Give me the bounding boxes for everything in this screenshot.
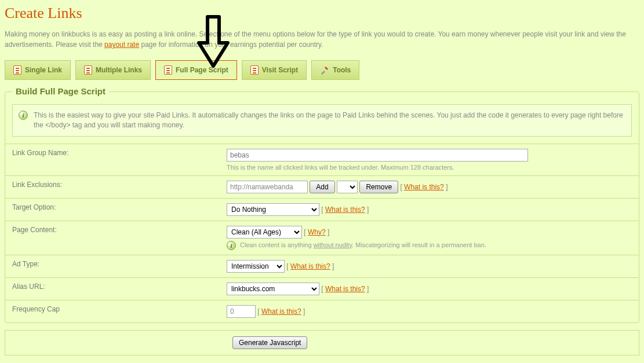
tab-multiple-links[interactable]: Multiple Links: [75, 60, 151, 80]
document-icon: [13, 65, 21, 75]
what-is-this-exclusions[interactable]: What is this?: [404, 183, 444, 191]
frequency-cap-input[interactable]: [227, 305, 256, 318]
label-target: Target Option:: [5, 198, 220, 221]
payout-rate-link[interactable]: payout rate: [104, 41, 139, 49]
generate-row: Generate Javascript: [5, 330, 639, 355]
info-box: i This is the easiest way to give your s…: [12, 104, 632, 137]
tabs-row: Single Link Multiple Links Full Page Scr…: [5, 60, 639, 80]
document-icon: [84, 65, 92, 75]
intro-text: Making money on linkbucks is as easy as …: [5, 29, 639, 50]
what-is-this-freq[interactable]: What is this?: [261, 307, 301, 316]
panel-legend: Build Full Page Script: [12, 86, 109, 96]
ad-type-select[interactable]: Intermission: [227, 260, 285, 273]
build-panel: Build Full Page Script i This is the eas…: [5, 91, 639, 323]
tab-single-link[interactable]: Single Link: [5, 60, 71, 80]
document-icon: [164, 65, 172, 75]
tab-full-page-script[interactable]: Full Page Script: [155, 60, 237, 80]
label-group-name: Link Group Name:: [5, 144, 220, 175]
label-content: Page Content:: [5, 221, 220, 255]
document-icon: [250, 65, 259, 75]
tab-tools[interactable]: Tools: [311, 60, 359, 80]
info-icon: i: [227, 241, 236, 250]
info-icon: i: [19, 111, 28, 120]
exclusion-input[interactable]: [227, 181, 308, 193]
form-table: Link Group Name: This is the name all cl…: [5, 144, 639, 322]
group-name-hint: This is the name all clicked links will …: [227, 164, 632, 171]
label-alias: Alias URL:: [5, 277, 220, 300]
add-button[interactable]: Add: [310, 181, 334, 193]
tab-visit-script[interactable]: Visit Script: [242, 60, 307, 80]
what-is-this-target[interactable]: What is this?: [325, 206, 365, 214]
label-exclusions: Link Exclusions:: [5, 175, 220, 198]
alias-url-select[interactable]: linkbucks.com: [227, 283, 319, 295]
remove-button[interactable]: Remove: [359, 181, 398, 193]
label-freq: Frequency Cap: [5, 300, 220, 322]
target-option-select[interactable]: Do Nothing: [227, 203, 319, 216]
what-is-this-adtype[interactable]: What is this?: [290, 262, 330, 270]
why-link[interactable]: Why?: [308, 228, 326, 236]
page-content-select[interactable]: Clean (All Ages): [227, 226, 302, 239]
group-name-input[interactable]: [227, 149, 528, 162]
generate-javascript-button[interactable]: Generate Javascript: [232, 336, 307, 349]
exclusion-select[interactable]: [337, 181, 358, 193]
tools-icon: [320, 65, 329, 75]
content-hint: i Clean content is anything without nudi…: [227, 241, 632, 250]
page-title: Create Links: [5, 5, 639, 22]
what-is-this-alias[interactable]: What is this?: [325, 285, 365, 293]
label-adtype: Ad Type:: [5, 255, 220, 277]
